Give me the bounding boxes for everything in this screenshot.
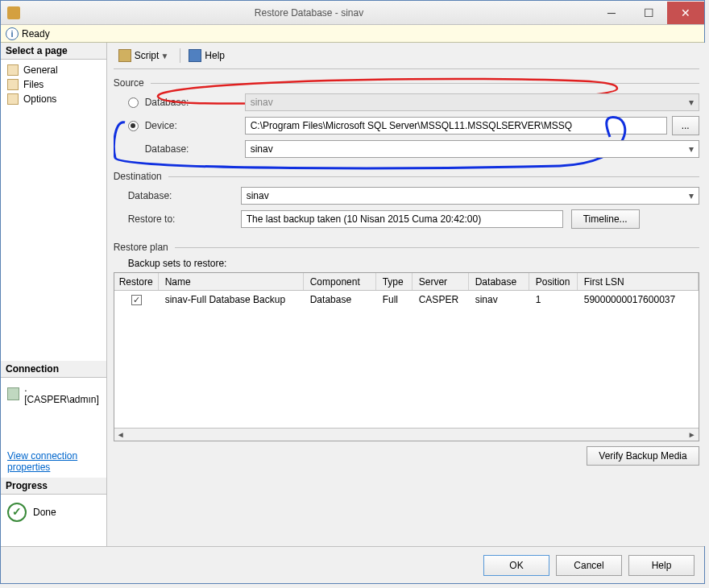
cell-name: sinav-Full Database Backup [159, 292, 304, 307]
restore-plan-title: Restore plan [114, 242, 168, 253]
device-database-select[interactable]: sinav [245, 140, 699, 158]
restore-checkbox[interactable] [131, 295, 142, 305]
connection-header: Connection [1, 361, 106, 378]
timeline-button[interactable]: Timeline... [571, 209, 640, 229]
cell-database: sinav [469, 292, 529, 307]
cell-first-lsn: 59000000017600037 [578, 292, 699, 307]
source-group: Source Database: sinav [114, 77, 699, 163]
window-title: Restore Database - sinav [25, 7, 593, 19]
help-icon [189, 49, 201, 62]
cell-position: 1 [529, 292, 578, 307]
help-button[interactable]: Help [628, 555, 694, 576]
destination-group: Destination Database: sinav Restore to: … [114, 171, 699, 234]
view-connection-properties-link[interactable]: View connection properties [1, 445, 106, 478]
nav-item-label: General [23, 64, 58, 76]
col-component[interactable]: Component [304, 273, 376, 290]
form-area: Source Database: sinav [114, 77, 699, 546]
info-icon: i [6, 27, 19, 40]
app-icon [7, 6, 20, 19]
cell-component: Database [304, 292, 376, 307]
page-icon [7, 79, 19, 90]
source-database-radio[interactable] [128, 97, 139, 108]
minimize-button[interactable]: ─ [593, 2, 630, 24]
restore-plan-group: Restore plan Backup sets to restore: Res… [114, 242, 699, 543]
help-label: Help [205, 50, 225, 61]
horizontal-scrollbar[interactable]: ◄ ► [114, 428, 699, 441]
script-label: Script [135, 50, 160, 61]
done-icon [7, 503, 27, 522]
dialog-buttons: OK Cancel Help [1, 546, 704, 583]
restore-database-dialog: Restore Database - sinav ─ ☐ ✕ i Ready S… [0, 0, 705, 584]
page-icon [7, 64, 19, 76]
maximize-button[interactable]: ☐ [630, 2, 667, 24]
restore-to-value: The last backup taken (10 Nisan 2015 Cum… [241, 210, 563, 228]
status-bar: i Ready [1, 25, 704, 43]
backup-sets-grid[interactable]: Restore Name Component Type Server Datab… [114, 272, 699, 441]
source-device-label: Device: [145, 120, 245, 131]
window-controls: ─ ☐ ✕ [593, 2, 704, 24]
col-first-lsn[interactable]: First LSN [578, 273, 699, 290]
source-database-select: sinav [245, 93, 699, 111]
sidebar-header: Select a page [1, 43, 106, 60]
nav-item-general[interactable]: General [1, 63, 106, 77]
progress-panel: Done [1, 495, 106, 530]
nav-item-files[interactable]: Files [1, 77, 106, 92]
status-text: Ready [22, 28, 50, 39]
destination-database-label: Database: [128, 190, 241, 201]
connection-value: . [CASPER\admın] [24, 383, 100, 405]
cell-type: Full [376, 292, 413, 307]
titlebar: Restore Database - sinav ─ ☐ ✕ [1, 1, 704, 25]
grid-row[interactable]: sinav-Full Database Backup Database Full… [114, 291, 699, 308]
nav-item-label: Files [23, 79, 44, 90]
toolbar-divider [180, 48, 180, 63]
backup-sets-label: Backup sets to restore: [114, 258, 699, 269]
script-button[interactable]: Script ▼ [114, 48, 174, 64]
toolbar: Script ▼ Help [114, 48, 699, 69]
grid-header: Restore Name Component Type Server Datab… [114, 273, 699, 291]
source-database-label: Database: [145, 97, 245, 108]
nav-item-label: Options [23, 93, 56, 105]
page-icon [7, 93, 19, 105]
ok-button[interactable]: OK [483, 555, 549, 576]
connection-panel: . [CASPER\admın] [1, 378, 106, 413]
progress-header: Progress [1, 478, 106, 495]
verify-backup-media-button[interactable]: Verify Backup Media [587, 446, 699, 466]
source-device-path-input[interactable] [245, 117, 667, 135]
cell-server: CASPER [413, 292, 469, 307]
page-nav: General Files Options [1, 60, 106, 110]
scroll-left-icon[interactable]: ◄ [114, 430, 127, 439]
browse-device-button[interactable]: ... [672, 116, 699, 135]
restore-to-label: Restore to: [128, 213, 241, 225]
destination-database-value: sinav [247, 190, 269, 201]
device-database-value: sinav [251, 143, 273, 155]
main-panel: Script ▼ Help Source [107, 43, 706, 546]
sidebar: Select a page General Files Options Conn… [1, 43, 107, 546]
col-database[interactable]: Database [469, 273, 529, 290]
cancel-button[interactable]: Cancel [556, 555, 622, 576]
close-button[interactable]: ✕ [667, 2, 704, 24]
server-icon [7, 387, 19, 400]
body: Select a page General Files Options Conn… [1, 43, 704, 546]
chevron-down-icon: ▼ [160, 52, 168, 60]
source-title: Source [114, 77, 144, 89]
nav-item-options[interactable]: Options [1, 92, 106, 106]
destination-database-select[interactable]: sinav [241, 187, 699, 205]
source-database-value: sinav [251, 97, 273, 108]
col-server[interactable]: Server [413, 273, 469, 290]
script-icon [118, 49, 131, 62]
col-name[interactable]: Name [159, 273, 304, 290]
col-type[interactable]: Type [376, 273, 413, 290]
destination-title: Destination [114, 171, 162, 182]
col-restore[interactable]: Restore [114, 273, 159, 290]
col-position[interactable]: Position [529, 273, 578, 290]
device-database-label: Database: [145, 143, 245, 155]
source-device-radio[interactable] [128, 121, 139, 131]
progress-status: Done [33, 507, 56, 518]
help-button[interactable]: Help [184, 48, 230, 64]
scroll-right-icon[interactable]: ► [686, 430, 699, 439]
